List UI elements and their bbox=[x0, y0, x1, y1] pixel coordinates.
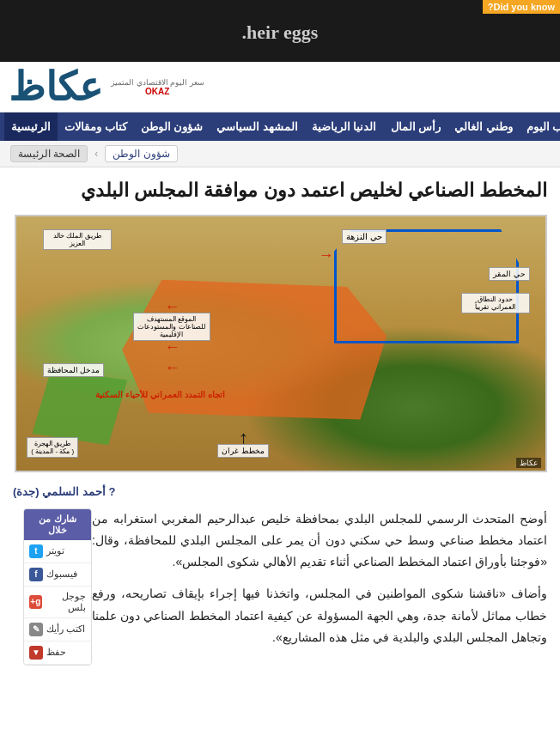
author-line: ? أحمد السلمي (جدة) bbox=[13, 485, 547, 498]
arrow-right: → bbox=[319, 246, 334, 265]
share-comment[interactable]: اكتب رأيك ✎ bbox=[24, 618, 91, 642]
article-title: المخطط الصناعي لخليص اعتمد دون موافقة ال… bbox=[13, 178, 547, 204]
logo-wrapper: سعر اليوم الاقتصادي المتميز OKAZ عكاظ bbox=[9, 67, 204, 106]
share-google-label: جوجل بلس bbox=[46, 591, 86, 613]
nav-item-political[interactable]: المشهد السياسي bbox=[210, 112, 305, 141]
share-google[interactable]: جوجل بلس g+ bbox=[24, 587, 91, 618]
share-facebook-label: فيسبوك bbox=[46, 569, 77, 580]
article-paragraph-1: أوضح المتحدث الرسمي للمجلس البلدي بمحافظ… bbox=[13, 508, 547, 574]
map-background: ← ← ← ← ↑ → حي النزهة حي المقر حدود النط… bbox=[16, 216, 545, 471]
logo-meta: سعر اليوم الاقتصادي المتميز OKAZ bbox=[111, 78, 204, 96]
nav-item-money[interactable]: رأس المال bbox=[384, 112, 448, 141]
map-label-center: الموقع المستهدف للصناعات والمستودعات الإ… bbox=[133, 313, 210, 341]
share-save-label: حفظ bbox=[46, 647, 66, 658]
article-body-container: شارك من خلال تويتر t فيسبوك f جوجل بلس g… bbox=[13, 508, 547, 674]
map-watermark: عكاظ bbox=[516, 458, 541, 468]
share-facebook[interactable]: فيسبوك f bbox=[24, 563, 91, 587]
share-twitter-label: تويتر bbox=[46, 545, 64, 556]
logo-subtitle: سعر اليوم الاقتصادي المتميز bbox=[111, 78, 204, 87]
article-image: ← ← ← ← ↑ → حي النزهة حي المقر حدود النط… bbox=[15, 215, 547, 472]
comment-icon: ✎ bbox=[29, 623, 43, 636]
map-label-gran: مخطط غران bbox=[217, 444, 269, 458]
author-name: ? أحمد السلمي (جدة) bbox=[13, 485, 115, 498]
ad-banner: Did you know? heir eggs. bbox=[0, 0, 560, 62]
nav-item-home[interactable]: الرئيسية bbox=[4, 112, 58, 141]
ad-text: heir eggs. bbox=[242, 17, 319, 45]
main-content: المخطط الصناعي لخليص اعتمد دون موافقة ال… bbox=[0, 167, 560, 684]
map-label-expansion: اتجاه التمدد العمراني للأحياء السكنية bbox=[95, 390, 224, 399]
nav-item-affairs[interactable]: شؤون الوطن bbox=[134, 112, 210, 141]
facebook-icon: f bbox=[29, 568, 43, 581]
share-header: شارك من خلال bbox=[24, 509, 91, 540]
nav-item-sports[interactable]: الدنيا الرياضية bbox=[305, 112, 384, 141]
map-blue-zone bbox=[334, 229, 520, 344]
map-label-nuzha: حي النزهة bbox=[342, 229, 387, 244]
nav-item-national[interactable]: وطني الغالي bbox=[447, 112, 520, 141]
breadcrumb-current[interactable]: شؤون الوطن bbox=[105, 145, 177, 162]
arrow-4: ← bbox=[164, 359, 180, 377]
breadcrumb-home[interactable]: الصحة الرئيسة bbox=[10, 145, 88, 162]
share-twitter[interactable]: تويتر t bbox=[24, 540, 91, 563]
main-nav: الرئيسية كتاب ومقالات شؤون الوطن المشهد … bbox=[0, 112, 560, 141]
map-green-zone bbox=[32, 368, 127, 445]
map-label-border: حدود النطاق العمراني تقريباً bbox=[461, 293, 530, 313]
did-you-know-label: Did you know? bbox=[483, 0, 560, 14]
article-paragraph-2: وأضاف «ناقشنا شكوى المواطنين في المجلس، … bbox=[13, 583, 547, 648]
map-label-entrance: مدخل المحافظة bbox=[43, 363, 105, 377]
breadcrumb: الصحة الرئيسة › شؤون الوطن bbox=[0, 141, 560, 167]
share-comment-label: اكتب رأيك bbox=[46, 623, 85, 635]
google-icon: g+ bbox=[29, 595, 42, 609]
map-label-maqar: حي المقر bbox=[489, 267, 530, 281]
okaz-label: OKAZ bbox=[145, 87, 169, 96]
breadcrumb-separator: › bbox=[94, 148, 98, 160]
map-label-north: طريق الملك خالد العزيز bbox=[43, 229, 112, 250]
logo-bar: سعر اليوم الاقتصادي المتميز OKAZ عكاظ bbox=[0, 62, 560, 112]
share-save[interactable]: حفظ ▼ bbox=[24, 642, 91, 665]
article-body: أوضح المتحدث الرسمي للمجلس البلدي بمحافظ… bbox=[13, 508, 547, 648]
map-label-hejra: طريق الهجرة ( مكة - المدينة ) bbox=[27, 437, 78, 458]
share-box: شارك من خلال تويتر t فيسبوك f جوجل بلس g… bbox=[23, 508, 92, 666]
nav-item-youth[interactable]: شباب اليوم bbox=[520, 112, 560, 141]
nav-item-books[interactable]: كتاب ومقالات bbox=[58, 112, 134, 141]
twitter-icon: t bbox=[29, 544, 43, 558]
save-icon: ▼ bbox=[29, 646, 43, 660]
site-logo[interactable]: عكاظ bbox=[9, 67, 102, 106]
